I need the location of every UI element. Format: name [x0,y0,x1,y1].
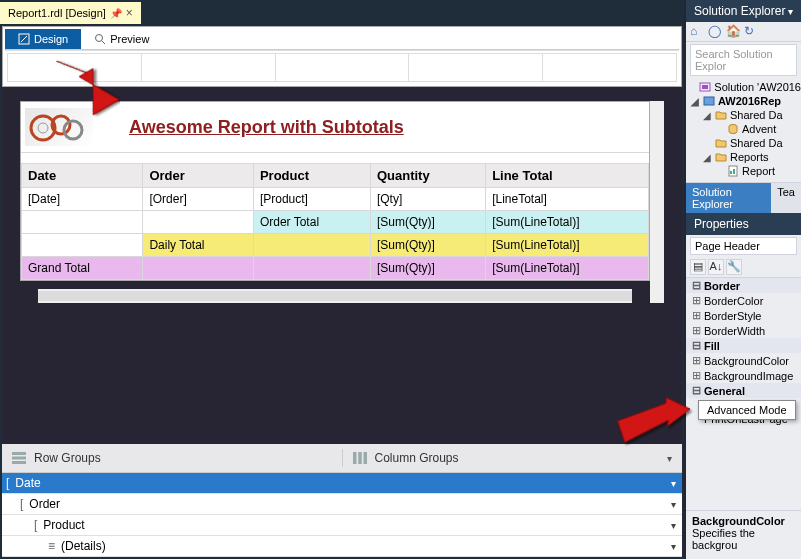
tablix[interactable]: Date Order Product Quantity Line Total [… [21,163,649,280]
property-row[interactable]: ⊞BorderWidth [686,323,801,338]
cell[interactable]: [Date] [22,188,143,211]
group-label: (Details) [57,539,671,553]
tab-team[interactable]: Tea [771,183,801,213]
refresh-icon[interactable]: ↻ [744,24,758,38]
document-tab-label: Report1.rdl [Design] [8,7,106,19]
property-row[interactable]: ⊞BackgroundColor [686,353,801,368]
cell[interactable]: [Sum(LineTotal)] [486,234,649,257]
tree-item-label: Report [742,165,775,177]
col-header[interactable]: Date [22,164,143,188]
designer-mode-tabs: Design Preview [5,29,679,50]
chevron-down-icon[interactable]: ▾ [671,499,676,510]
col-header[interactable]: Product [253,164,370,188]
svg-marker-22 [615,396,691,451]
grouping-pane: Row Groups Column Groups ▾ [Date▾[Order▾… [2,442,682,557]
chevron-down-icon[interactable]: ▾ [671,520,676,531]
properties-toolbar: ▤ A↓ 🔧 [686,257,801,278]
report-title[interactable]: Awesome Report with Subtotals [123,117,404,138]
grand-total-row[interactable]: Grand Total [Sum(Qty)] [Sum(LineTotal)] [22,257,649,280]
vertical-scrollbar[interactable] [650,101,664,303]
order-total-row[interactable]: Order Total [Sum(Qty)] [Sum(LineTotal)] [22,211,649,234]
cell[interactable]: [Sum(LineTotal)] [486,257,649,280]
svg-marker-21 [56,52,119,117]
tree-item-label: Advent [742,123,776,135]
svg-rect-13 [363,452,367,464]
cell[interactable]: [Order] [143,188,254,211]
tree-item[interactable]: ◢AW2016Rep [686,94,801,108]
tree-item[interactable]: ◢Shared Da [686,108,801,122]
property-category[interactable]: ⊟Border [686,278,801,293]
categorized-icon[interactable]: ▤ [690,259,706,275]
properties-grid[interactable]: ⊟Border⊞BorderColor⊞BorderStyle⊞BorderWi… [686,278,801,510]
properties-object[interactable]: Page Header [690,237,797,255]
cell[interactable]: Grand Total [22,257,143,280]
report-canvas[interactable]: Awesome Report with Subtotals Date Order… [2,87,682,442]
properties-title[interactable]: Properties [686,213,801,235]
col-header[interactable]: Quantity [370,164,485,188]
svg-rect-20 [733,169,735,174]
document-tabs: Report1.rdl [Design] 📌 × [0,0,684,24]
property-category[interactable]: ⊟Fill [686,338,801,353]
document-tab[interactable]: Report1.rdl [Design] 📌 × [0,2,141,24]
alphabetical-icon[interactable]: A↓ [708,259,724,275]
tab-preview[interactable]: Preview [81,29,162,49]
tab-solution-explorer[interactable]: Solution Explorer [686,183,771,213]
property-row[interactable]: ⊞BackgroundImage [686,368,801,383]
cell[interactable]: Order Total [253,211,370,234]
cell[interactable]: [LineTotal] [486,188,649,211]
property-row[interactable]: ⊞BorderStyle [686,308,801,323]
solution-explorer-toolbar: ⌂ ◯ 🏠 ↻ [686,22,801,42]
cell[interactable]: Daily Total [143,234,254,257]
row-groups-label: Row Groups [34,451,101,465]
solution-explorer-title[interactable]: Solution Explorer ▾ [686,0,801,22]
cell[interactable]: [Sum(LineTotal)] [486,211,649,234]
pin-icon[interactable]: 📌 [110,8,122,19]
cell[interactable]: [Sum(Qty)] [370,234,485,257]
header-row[interactable]: Date Order Product Quantity Line Total [22,164,649,188]
chevron-down-icon[interactable]: ▾ [671,478,676,489]
expand-icon[interactable]: ◢ [702,110,712,121]
preview-icon [94,33,106,45]
group-row[interactable]: ≡(Details)▾ [2,536,682,557]
group-row[interactable]: [Date▾ [2,473,682,494]
advanced-mode-menu-item[interactable]: Advanced Mode [698,400,796,420]
ds-icon [727,123,739,135]
home-icon[interactable]: ⌂ [690,24,704,38]
tree-item[interactable]: Solution 'AW2016 [686,80,801,94]
chevron-down-icon[interactable]: ▾ [788,6,793,17]
property-pages-icon[interactable]: 🔧 [726,259,742,275]
col-header[interactable]: Line Total [486,164,649,188]
group-row[interactable]: [Order▾ [2,494,682,515]
details-icon: ≡ [48,539,57,553]
close-icon[interactable]: × [126,6,133,20]
tree-item[interactable]: Advent [686,122,801,136]
tab-design[interactable]: Design [5,29,81,49]
group-label: Order [25,497,671,511]
chevron-down-icon[interactable]: ▾ [671,541,676,552]
svg-point-2 [96,35,103,42]
svg-point-5 [38,123,48,133]
tree-item[interactable]: ◢Reports [686,150,801,164]
properties-description: BackgroundColor Specifies the backgrou [686,510,801,559]
tree-item-label: Reports [730,151,769,163]
expand-icon[interactable]: ◢ [702,152,712,163]
property-row[interactable]: ⊞BorderColor [686,293,801,308]
cell[interactable]: [Qty] [370,188,485,211]
group-row[interactable]: [Product▾ [2,515,682,536]
svg-rect-19 [730,171,732,174]
group-label: Date [11,476,671,490]
expand-icon[interactable]: ◢ [690,96,700,107]
cell[interactable]: [Sum(Qty)] [370,257,485,280]
cell[interactable]: [Product] [253,188,370,211]
sync-icon[interactable]: 🏠 [726,24,740,38]
tree-item[interactable]: Shared Da [686,136,801,150]
back-icon[interactable]: ◯ [708,24,722,38]
daily-total-row[interactable]: Daily Total [Sum(Qty)] [Sum(LineTotal)] [22,234,649,257]
property-category[interactable]: ⊟General [686,383,801,398]
horizontal-scrollbar[interactable] [38,289,632,303]
tree-item[interactable]: Report [686,164,801,178]
cell[interactable]: [Sum(Qty)] [370,211,485,234]
detail-row[interactable]: [Date] [Order] [Product] [Qty] [LineTota… [22,188,649,211]
solution-explorer-search[interactable]: Search Solution Explor [690,44,797,76]
col-header[interactable]: Order [143,164,254,188]
